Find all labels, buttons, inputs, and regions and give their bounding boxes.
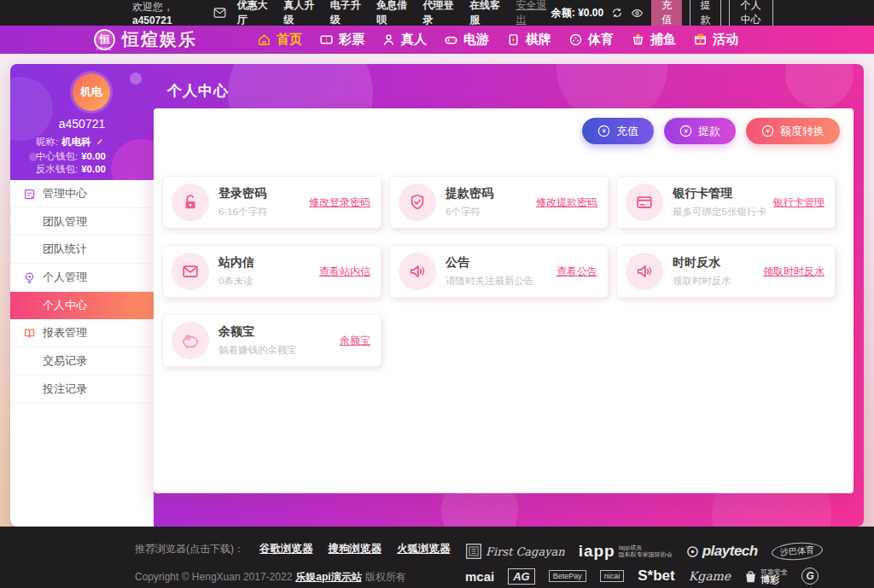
- card-subtitle: 领取时时反水: [673, 275, 731, 288]
- footer-logo-sbet: S*bet: [638, 568, 674, 585]
- topbar-link-service[interactable]: 在线客服: [469, 0, 504, 27]
- partner-logos: First Cagayan iapp iapp成员隐私权专家国际协会 playt…: [465, 540, 823, 588]
- announcement-card: 公告 请随时关注最新公告 查看公告: [389, 245, 609, 298]
- topbar-link-live-upgrade[interactable]: 真人升级: [283, 0, 318, 27]
- svg-text:¥: ¥: [766, 127, 770, 135]
- claim-rebate-link[interactable]: 领取时时反水: [763, 265, 824, 279]
- footer-logo-nicai: nicai: [600, 570, 625, 582]
- brand-sub-text: HENG: [96, 46, 112, 51]
- center-wallet-row: 中心钱包:¥0.00: [36, 150, 106, 164]
- view-inbox-link[interactable]: 查看站内信: [319, 265, 370, 279]
- sidebar-item-team-manage[interactable]: 团队管理: [10, 208, 154, 236]
- user-badge-icon: [23, 271, 36, 284]
- svg-text:¥: ¥: [602, 127, 606, 135]
- card-subtitle: 6-16个字符: [218, 206, 268, 218]
- piggy-bank-icon: ¥: [172, 322, 209, 359]
- footer-logo-mcai: mcai: [465, 569, 494, 584]
- nav-item-esports[interactable]: 电游: [444, 32, 489, 48]
- sidebar-item-personal-center[interactable]: 个人中心: [10, 292, 154, 320]
- sidebar-username: a450721: [10, 117, 154, 131]
- nav-item-lottery[interactable]: 彩票: [319, 32, 364, 48]
- main-nav: 首页 彩票 真人 电游 棋牌 体育 捕鱼 活动: [257, 32, 738, 48]
- card-title: 银行卡管理: [673, 186, 766, 201]
- site-link[interactable]: 乐娱api演示站: [295, 571, 361, 583]
- navbar: 恒 HENG 恒煊娱乐 首页 彩票 真人 电游 棋牌 体育: [0, 26, 874, 54]
- view-announcement-link[interactable]: 查看公告: [556, 265, 597, 279]
- card-title: 提款密码: [446, 186, 493, 201]
- welcome-text: 欢迎您，a450721: [132, 0, 202, 26]
- lock-icon: [172, 183, 209, 221]
- eye-icon[interactable]: [631, 7, 644, 20]
- nav-item-live[interactable]: 真人: [382, 32, 427, 48]
- footer-logo-betepay: BetePay: [549, 570, 586, 582]
- sidebar-item-betting-records[interactable]: 投注记录: [10, 376, 154, 404]
- cards-grid: 登录密码 6-16个字符 修改登录密码 提款密码 6个字符 修改提款密码: [162, 176, 845, 367]
- seal-icon: [465, 543, 482, 560]
- card-title: 时时反水: [673, 255, 731, 271]
- footer-logo-playtech: playtech: [686, 543, 758, 560]
- card-subtitle: 躺着赚钱的余额宝: [218, 344, 297, 357]
- sidebar-item-personal-manage[interactable]: 个人管理: [10, 264, 154, 292]
- content-panel: ¥ 充值 ¥ 提款 ¥ 额度转换: [154, 108, 854, 493]
- shield-icon: [399, 183, 436, 221]
- swirl-icon: [686, 545, 699, 558]
- page-title: 个人中心: [167, 81, 229, 101]
- modify-login-password-link[interactable]: 修改登录密码: [309, 195, 370, 210]
- footer-logo-ag: AG: [508, 568, 535, 585]
- sidebar-menu: 管理中心 团队管理 团队统计 个人管理 个人中心 报表管理 交易记录 投注记录: [10, 180, 154, 527]
- footer-logo-iapp: iapp iapp成员隐私权专家国际协会: [579, 542, 673, 561]
- bank-card-manage-link[interactable]: 银行卡管理: [773, 195, 824, 210]
- browser-link-firefox[interactable]: 火狐浏览器: [397, 542, 451, 556]
- sidebar-item-manage-center[interactable]: 管理中心: [10, 180, 154, 208]
- brand-name: 恒煊娱乐: [122, 28, 197, 51]
- refresh-icon[interactable]: [611, 7, 623, 19]
- footer-logo-g: G: [801, 568, 819, 585]
- recharge-action-button[interactable]: ¥ 充值: [582, 118, 654, 144]
- inbox-card: 站内信 0条未读 查看站内信: [162, 245, 382, 298]
- nav-item-activity[interactable]: 活动: [693, 32, 738, 48]
- yen-circle-icon: ¥: [597, 125, 610, 137]
- topbar-link-loan[interactable]: 免息借呗: [376, 0, 411, 27]
- gift-icon: [693, 32, 708, 47]
- svg-text:¥: ¥: [684, 127, 688, 135]
- topbar-link-promotions[interactable]: 优惠大厅: [237, 0, 272, 27]
- book-icon: [23, 327, 36, 340]
- topbar-link-agent-login[interactable]: 代理登录: [423, 0, 458, 27]
- nickname-value: 机电科: [61, 137, 91, 147]
- rebate-wallet-value: ¥0.00: [81, 164, 106, 174]
- inbox-mail-icon[interactable]: [213, 8, 226, 18]
- ball-icon: [568, 32, 583, 47]
- decor-circle: [785, 64, 854, 108]
- browser-link-sogou[interactable]: 搜狗浏览器: [329, 542, 382, 556]
- modify-withdraw-password-link[interactable]: 修改提款密码: [536, 195, 597, 210]
- yuebao-card: ¥ 余额宝 躺着赚钱的余额宝 余额宝: [162, 314, 382, 367]
- user-avatar: 机电: [73, 73, 110, 111]
- topbar-link-egame-upgrade[interactable]: 电子升级: [330, 0, 365, 27]
- nav-item-fishing[interactable]: 捕鱼: [631, 32, 676, 48]
- card-subtitle: 0条未读: [218, 275, 254, 288]
- sidebar-item-report-manage[interactable]: 报表管理: [10, 319, 154, 347]
- rebate-card: 时时反水 领取时时反水 领取时时反水: [616, 245, 836, 298]
- yen-circle-icon: ¥: [679, 125, 692, 137]
- card-subtitle: 6个字符: [446, 206, 493, 218]
- card-subtitle: 请随时关注最新公告: [446, 275, 534, 288]
- logout-link[interactable]: 安全退出: [516, 0, 551, 27]
- sidebar-item-team-stats[interactable]: 团队统计: [10, 236, 154, 264]
- nav-item-sports[interactable]: 体育: [568, 32, 614, 48]
- cards-icon: [506, 32, 521, 47]
- brand-logo[interactable]: 恒 HENG 恒煊娱乐: [94, 28, 197, 51]
- bank-card-icon: [626, 183, 663, 221]
- transfer-action-button[interactable]: ¥ 额度转换: [746, 118, 840, 144]
- home-icon: [257, 32, 271, 47]
- sidebar-item-transaction-records[interactable]: 交易记录: [10, 347, 154, 376]
- yuebao-link[interactable]: 余额宝: [340, 334, 370, 348]
- balance-value: ¥0.00: [578, 7, 603, 19]
- withdraw-action-button[interactable]: ¥ 提款: [664, 118, 736, 144]
- edit-pencil-icon[interactable]: [96, 137, 104, 150]
- bag-icon: [744, 569, 757, 584]
- browser-link-chrome[interactable]: 谷歌浏览器: [259, 542, 313, 556]
- nav-item-home[interactable]: 首页: [257, 32, 302, 48]
- action-buttons: ¥ 充值 ¥ 提款 ¥ 额度转换: [582, 118, 840, 144]
- nav-item-chess[interactable]: 棋牌: [506, 32, 551, 48]
- footer-logo-saba: 沙巴体育: [771, 541, 823, 562]
